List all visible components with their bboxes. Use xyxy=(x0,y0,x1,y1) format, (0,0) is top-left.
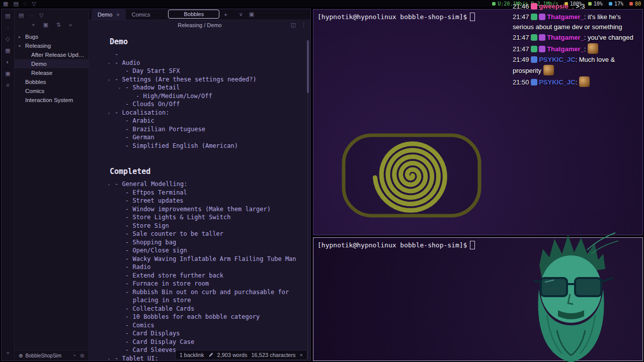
note-line[interactable]: - German xyxy=(110,133,298,142)
chat-message: 21:47 Thatgamer_: xyxy=(513,43,642,54)
search-icon[interactable]: ◌ xyxy=(24,1,27,7)
bookmarks-tab-icon[interactable]: ▽ xyxy=(39,13,43,18)
note-line[interactable]: - Street updates xyxy=(110,197,298,205)
note-line[interactable]: - Simplified English (American) xyxy=(110,142,298,150)
daily-note-icon[interactable]: ◐ xyxy=(6,59,10,65)
canvas-icon[interactable]: ▦ xyxy=(5,48,10,53)
settings-icon[interactable]: ⊛ xyxy=(80,353,85,358)
tree-item-demo[interactable]: Demo xyxy=(15,59,89,68)
note-line[interactable]: - xyxy=(110,50,298,59)
note-line[interactable]: - 10 Bobbles for each bobble category xyxy=(110,313,298,321)
note-line[interactable]: ▾- General Modelling: xyxy=(110,180,298,189)
note-line[interactable]: - Window improvements (Make them larger) xyxy=(110,205,298,214)
note-line[interactable]: - High/Medium/Low/Off xyxy=(110,92,298,101)
close-popup-icon[interactable]: × xyxy=(300,352,303,358)
note-line[interactable]: - Card Display Case xyxy=(110,338,298,346)
tab-close-icon[interactable]: × xyxy=(116,12,119,18)
chat-username[interactable]: gweepsie_ xyxy=(539,3,572,10)
tab-bobbles[interactable]: Bobbles xyxy=(168,10,219,19)
reading-view-icon[interactable]: ◫ xyxy=(291,22,296,28)
word-count[interactable]: 2,903 words xyxy=(217,352,248,358)
note-line[interactable]: - Day Start SFX xyxy=(110,67,298,75)
chat-username[interactable]: PSYKIC_JC xyxy=(539,56,575,63)
stack-tabs-icon[interactable]: ▣ xyxy=(249,12,254,17)
search-icon[interactable]: ◌ xyxy=(6,25,10,30)
chevron-icon[interactable]: ▸ xyxy=(19,35,23,39)
tree-item-label: Demo xyxy=(31,61,47,67)
note-line[interactable]: - Shopping bag xyxy=(110,238,298,247)
graph-icon[interactable]: ◇ xyxy=(6,36,10,42)
apps-icon[interactable]: ▦ xyxy=(3,1,8,7)
note-line[interactable]: - Open/Close sign xyxy=(110,246,298,255)
bullet-dash: - xyxy=(125,263,132,270)
templates-icon[interactable]: ▣ xyxy=(5,71,10,76)
note-line[interactable]: - Comics xyxy=(110,321,298,330)
tab-comics[interactable]: Comics xyxy=(126,9,156,20)
bullet-dash: - xyxy=(125,67,132,74)
topbar-left-icons: ▦▤◌▽ xyxy=(3,1,36,7)
tree-item-release[interactable]: Release xyxy=(15,68,89,77)
expand-ribbon-icon[interactable]: » xyxy=(6,349,9,355)
new-folder-icon[interactable]: ▣ xyxy=(43,22,48,28)
files-icon[interactable]: ▤ xyxy=(5,13,10,19)
chat-username[interactable]: Thatgamer_ xyxy=(547,34,584,41)
bookmark-icon[interactable]: ▽ xyxy=(32,1,36,7)
breadcrumb[interactable]: Releasing / Demo xyxy=(89,22,310,28)
note-line[interactable]: - Clouds On/Off xyxy=(110,100,298,109)
explorer-tab-icon[interactable]: ▤ xyxy=(19,13,24,18)
chat-colon: : xyxy=(584,34,588,41)
note-line[interactable]: - Brazilian Portuguese xyxy=(110,125,298,134)
tree-item-bugs[interactable]: ▸Bugs xyxy=(15,32,89,41)
note-line[interactable]: - Sale counter to be taller xyxy=(110,230,298,238)
edit-mode-icon[interactable] xyxy=(208,352,213,357)
chat-username[interactable]: Thatgamer_ xyxy=(547,13,584,21)
note-line[interactable]: ▾- Audio xyxy=(110,59,298,67)
command-icon[interactable]: ≡ xyxy=(6,82,9,88)
note-line[interactable]: - Furnace in store room xyxy=(110,280,298,288)
note-line[interactable]: - Collectable Cards xyxy=(110,305,298,313)
note-line[interactable]: - Arabic xyxy=(110,117,298,125)
note-line[interactable]: - Wacky Waving Inflatable Arm Flailing T… xyxy=(110,255,298,263)
tab-demo[interactable]: Demo× xyxy=(92,9,126,20)
note-line[interactable]: - Card Displays xyxy=(110,329,298,338)
tab-dropdown-icon[interactable]: ∨ xyxy=(239,12,243,17)
vault-switcher[interactable]: ⊕ BobbleShopSim ◔⊛ xyxy=(15,350,89,360)
backlink-count[interactable]: 1 backlink xyxy=(180,352,204,358)
note-line[interactable]: - Rubbish Bin out on curb and purchasabl… xyxy=(110,288,298,305)
tree-item-interaction-system[interactable]: Interaction System xyxy=(15,96,89,105)
tree-item-releasing[interactable]: ▾Releasing xyxy=(15,41,89,50)
chevron-icon[interactable]: ▾ xyxy=(19,44,23,48)
scrollbar-thumb[interactable] xyxy=(307,40,309,93)
note-line[interactable]: - Store Sign xyxy=(110,222,298,230)
sort-icon[interactable]: ⇅ xyxy=(56,22,61,28)
tree-item-bobbles[interactable]: Bobbles xyxy=(15,77,89,86)
collapse-all-icon[interactable]: » xyxy=(69,22,72,28)
note-line[interactable]: - Radio xyxy=(110,263,298,272)
char-count[interactable]: 16,523 characters xyxy=(252,352,296,358)
note-line[interactable]: ▾- Localisation: xyxy=(110,109,298,117)
ribbon-icons: ▤◌◇▦◐▣≡ xyxy=(5,13,10,88)
more-options-icon[interactable]: ⋮ xyxy=(301,22,306,28)
tree-item-comics[interactable]: Comics xyxy=(15,86,89,96)
sync-icon[interactable]: ◔ xyxy=(72,353,76,358)
new-note-icon[interactable]: + xyxy=(32,22,35,28)
search-tab-icon[interactable]: ◌ xyxy=(30,13,33,18)
tree-item-label: Interaction System xyxy=(25,97,73,103)
vault-name: BobbleShopSim xyxy=(25,353,61,358)
chat-username[interactable]: PSYKIC_JC xyxy=(539,78,575,86)
chat-message: 21:49 PSYKIC_JC: Much love & prosperity xyxy=(513,55,642,76)
note-line[interactable]: - Store Lights & Light Switch xyxy=(110,213,298,222)
note-editor[interactable]: Demo - ▾- Audio- Day Start SFX▾- Setting… xyxy=(89,30,310,360)
chat-username[interactable]: Thatgamer_ xyxy=(547,45,584,53)
terminal-window-bottom[interactable]: [hypnotik@hypnolinux bobble-shop-sim]$ xyxy=(313,237,643,361)
terminal-cursor xyxy=(470,241,475,249)
new-tab-button[interactable]: + xyxy=(219,9,231,20)
layout-icon[interactable]: ▤ xyxy=(13,1,18,7)
fold-arrow-icon[interactable]: ▾ xyxy=(108,355,110,361)
note-line[interactable]: - Eftpos Terminal xyxy=(110,189,298,197)
note-line[interactable]: - Extend store further back xyxy=(110,272,298,280)
note-line[interactable]: ▾- Shadow Detail xyxy=(110,83,298,92)
note-line[interactable]: ▾- Settings (Are these settings needed?) xyxy=(110,75,298,84)
tree-item-after-release-upd[interactable]: After Release Upd… xyxy=(15,50,89,59)
chat-colon: : xyxy=(575,78,579,86)
